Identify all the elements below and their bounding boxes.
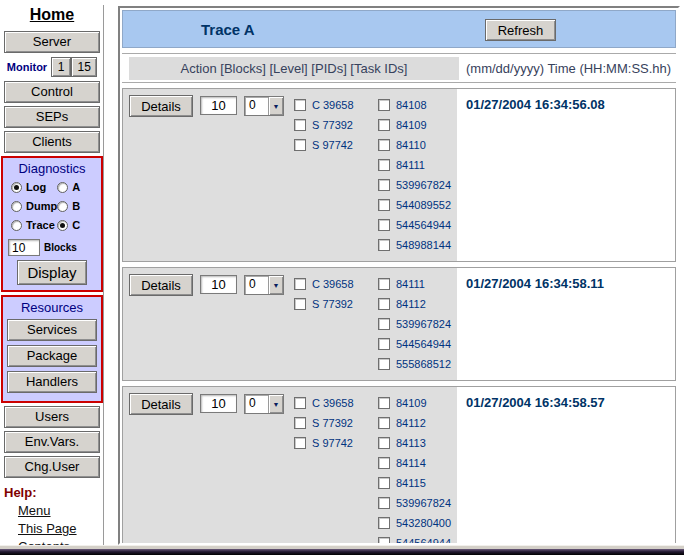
task-id-checkbox[interactable] [378, 199, 390, 211]
pid-checkbox[interactable] [294, 119, 306, 131]
radio-button-b[interactable] [57, 201, 68, 212]
pid-checkbox[interactable] [294, 417, 306, 429]
task-id-checkbox[interactable] [378, 219, 390, 231]
level-select[interactable]: 0▼ [244, 96, 284, 116]
trace-row-panel: Details0▼C 39658S 7739284111841125399678… [123, 268, 457, 380]
pid-row: S 97742 [294, 135, 376, 155]
monitor-button-1[interactable]: 1 [51, 57, 71, 77]
monitor-button-15[interactable]: 15 [71, 57, 97, 77]
time-format-header: (mm/dd/yyyy) Time (HH:MM:SS.hh) [466, 57, 671, 80]
pid-checkbox[interactable] [294, 298, 306, 310]
task-id-checkbox-label: 84109 [396, 119, 427, 131]
blocks-count-input[interactable] [200, 96, 237, 115]
timestamp: 01/27/2004 16:34:58.11 [457, 268, 604, 380]
pid-checkbox[interactable] [294, 278, 306, 290]
radio-option-trace[interactable]: Trace [11, 219, 57, 231]
task-id-checkbox[interactable] [378, 139, 390, 151]
sidebar-button-chg-user[interactable]: Chg.User [4, 456, 100, 478]
sidebar-button-control[interactable]: Control [4, 81, 100, 103]
diagnostics-panel: Diagnostics LogADumpBTraceC Blocks Displ… [1, 156, 103, 292]
pid-column: C 39658S 77392 [294, 274, 376, 314]
trace-row-panel: Details0▼C 39658S 77392S 977428410984112… [123, 387, 457, 545]
level-select[interactable]: 0▼ [244, 394, 284, 414]
refresh-button[interactable]: Refresh [485, 19, 556, 41]
task-id-checkbox[interactable] [378, 179, 390, 191]
task-id-checkbox-label: 84108 [396, 99, 427, 111]
dropdown-arrow-icon[interactable]: ▼ [268, 276, 283, 294]
page-title: Trace A [201, 21, 255, 38]
pid-checkbox-label: C 39658 [312, 278, 354, 290]
task-id-checkbox[interactable] [378, 517, 390, 529]
task-id-checkbox[interactable] [378, 159, 390, 171]
blocks-input[interactable] [8, 239, 40, 256]
columns-header-cell: Action [Blocks] [Level] [PIDs] [Task IDs… [129, 57, 459, 80]
help-link-menu[interactable]: Menu [18, 503, 104, 518]
radio-option-b[interactable]: B [57, 200, 96, 212]
blocks-count-input[interactable] [200, 394, 237, 413]
pid-checkbox-label: C 39658 [312, 397, 354, 409]
pid-checkbox[interactable] [294, 99, 306, 111]
task-id-checkbox[interactable] [378, 358, 390, 370]
task-id-checkbox[interactable] [378, 477, 390, 489]
display-button[interactable]: Display [17, 260, 87, 285]
task-id-checkbox[interactable] [378, 298, 390, 310]
task-id-checkbox[interactable] [378, 457, 390, 469]
sidebar-button-server[interactable]: Server [4, 31, 100, 53]
sidebar-button-handlers[interactable]: Handlers [7, 371, 97, 393]
task-id-checkbox[interactable] [378, 417, 390, 429]
blocks-count-input[interactable] [200, 275, 237, 294]
dropdown-arrow-icon[interactable]: ▼ [268, 395, 283, 413]
radio-button-log[interactable] [11, 182, 22, 193]
sidebar-button-users[interactable]: Users [4, 406, 100, 428]
radio-option-c[interactable]: C [57, 219, 96, 231]
details-button[interactable]: Details [129, 274, 193, 296]
task-id-checkbox-label: 84111 [396, 278, 425, 290]
level-select-value: 0 [245, 276, 268, 294]
task-id-checkbox[interactable] [378, 119, 390, 131]
pid-checkbox[interactable] [294, 397, 306, 409]
level-select[interactable]: 0▼ [244, 275, 284, 295]
sidebar-button-env-vars[interactable]: Env.Vars. [4, 431, 100, 453]
radio-button-a[interactable] [57, 182, 68, 193]
help-title: Help: [4, 485, 104, 500]
radio-option-a[interactable]: A [57, 181, 96, 193]
sidebar-button-services[interactable]: Services [7, 319, 97, 341]
task-id-checkbox[interactable] [378, 537, 390, 545]
task-id-checkbox[interactable] [378, 278, 390, 290]
pid-column: C 39658S 77392S 97742 [294, 95, 376, 155]
radio-option-dump[interactable]: Dump [11, 200, 57, 212]
pid-checkbox[interactable] [294, 437, 306, 449]
task-id-checkbox-label: 84112 [396, 298, 426, 310]
task-id-checkbox[interactable] [378, 239, 390, 251]
pid-checkbox-label: S 97742 [312, 437, 353, 449]
radio-label-b: B [72, 200, 80, 212]
home-link[interactable]: Home [30, 6, 74, 24]
sidebar: Home Server Monitor 115 ControlSEPsClien… [0, 4, 104, 554]
resources-title: Resources [5, 300, 99, 315]
sidebar-button-package[interactable]: Package [7, 345, 97, 367]
task-id-checkbox-label: 84111 [396, 159, 425, 171]
window-bottom-bar [0, 549, 684, 555]
radio-button-trace[interactable] [11, 220, 22, 231]
pid-checkbox[interactable] [294, 139, 306, 151]
dropdown-arrow-icon[interactable]: ▼ [268, 97, 283, 115]
radio-button-dump[interactable] [11, 201, 22, 212]
task-id-checkbox[interactable] [378, 397, 390, 409]
details-button[interactable]: Details [129, 95, 193, 117]
task-id-checkbox[interactable] [378, 338, 390, 350]
radio-option-log[interactable]: Log [11, 181, 57, 193]
help-link-this-page[interactable]: This Page [18, 521, 104, 536]
details-button[interactable]: Details [129, 393, 193, 415]
task-id-checkbox-label: 84112 [396, 417, 426, 429]
sidebar-button-clients[interactable]: Clients [4, 131, 100, 153]
task-id-checkbox[interactable] [378, 437, 390, 449]
task-id-checkbox[interactable] [378, 99, 390, 111]
sidebar-button-seps[interactable]: SEPs [4, 106, 100, 128]
task-id-checkbox[interactable] [378, 497, 390, 509]
pid-row: S 97742 [294, 433, 376, 453]
blocks-row: Blocks [8, 239, 97, 256]
radio-button-c[interactable] [57, 220, 68, 231]
level-select-value: 0 [245, 395, 268, 413]
pid-checkbox-label: S 77392 [312, 417, 353, 429]
task-id-checkbox[interactable] [378, 318, 390, 330]
